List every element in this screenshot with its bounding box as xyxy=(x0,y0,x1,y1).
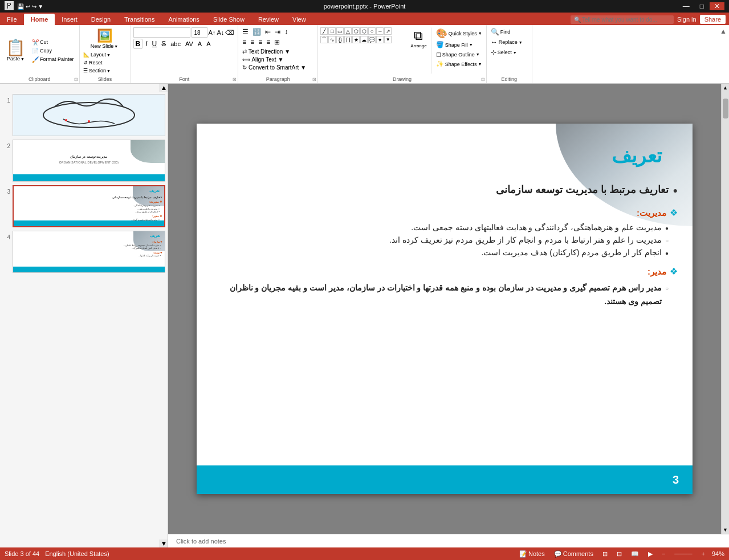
format-painter-button[interactable]: 🖌️ Format Painter xyxy=(30,56,76,63)
arrange-button[interactable]: ⧉ Arrange xyxy=(406,27,431,74)
shape-triangle[interactable]: △ xyxy=(344,27,352,35)
strikethrough-button[interactable]: S xyxy=(160,39,168,48)
justify-btn[interactable]: ≡ xyxy=(264,38,272,47)
shape-heart[interactable]: ♥ xyxy=(376,36,384,43)
signin-btn[interactable]: Sign in xyxy=(677,16,697,23)
reset-button[interactable]: ↺ Reset xyxy=(82,59,127,66)
shape-pentagon[interactable]: ⬠ xyxy=(352,27,360,35)
slide-thumb-4[interactable]: 4 تعریف ❖ سازمان: • عبارت است از مجموعه … xyxy=(2,231,165,273)
copy-button[interactable]: 📄 Copy xyxy=(30,47,76,55)
shape-cloud[interactable]: ☁ xyxy=(360,36,368,43)
shape-star[interactable]: ★ xyxy=(352,36,360,43)
cut-button[interactable]: ✂️ Cut xyxy=(30,39,76,46)
tab-file[interactable]: File xyxy=(0,14,24,25)
shape-callout[interactable]: 💬 xyxy=(368,36,376,43)
char-spacing-btn[interactable]: AV xyxy=(184,40,195,48)
new-slide-button[interactable]: 🖼️ New Slide ▼ xyxy=(82,27,127,50)
italic-button[interactable]: I xyxy=(144,39,149,48)
shape-arrow2[interactable]: ↗ xyxy=(384,27,392,35)
slide-thumb-2[interactable]: 2 مدیریت توسعه در سازمان ORGANISATIONAL … xyxy=(2,140,165,182)
shape-curve[interactable]: ⌒ xyxy=(320,36,328,43)
shape-bracket[interactable]: {} xyxy=(336,36,344,43)
shadow-button[interactable]: abc xyxy=(169,40,182,48)
drawing-expand-icon[interactable]: ⊡ xyxy=(481,77,485,82)
scroll-down-btn[interactable]: ▼ xyxy=(722,526,729,534)
shape-freeform[interactable]: ∿ xyxy=(328,36,336,43)
minimize-btn[interactable]: — xyxy=(678,2,694,10)
find-button[interactable]: 🔍 Find xyxy=(489,27,528,36)
line-spacing-btn[interactable]: ↕ xyxy=(283,27,290,36)
font-increase-btn[interactable]: A↑ xyxy=(209,29,216,36)
slide-thumb-3[interactable]: 3 تعریف • تعاریف مرتبط با مدیریت توسعه س… xyxy=(2,185,165,227)
slides-scroll-down[interactable]: ▼ xyxy=(160,539,168,547)
quick-styles-button[interactable]: 🎨 Quick Styles ▼ xyxy=(434,27,484,39)
shape-fill-btn[interactable]: 🪣 Shape Fill ▼ xyxy=(434,40,484,49)
normal-view-btn[interactable]: ⊞ xyxy=(600,550,610,558)
underline-button[interactable]: U xyxy=(150,39,159,48)
tab-home[interactable]: Home xyxy=(24,14,55,25)
shape-arrow1[interactable]: → xyxy=(376,27,384,35)
tab-animations[interactable]: Animations xyxy=(161,14,206,25)
font-name-input[interactable] xyxy=(133,27,190,38)
scroll-up-btn[interactable]: ▲ xyxy=(722,84,729,92)
close-btn[interactable]: ✕ xyxy=(710,2,724,10)
zoom-slider[interactable]: ──── xyxy=(672,550,694,558)
clear-format-btn[interactable]: ⌫ xyxy=(225,29,234,36)
columns-btn[interactable]: ⊞ xyxy=(272,38,282,47)
shape-line[interactable]: ╱ xyxy=(320,27,328,35)
paste-button[interactable]: 📋 Paste ▼ xyxy=(2,39,29,63)
shapes-more[interactable]: ▼ xyxy=(384,36,392,43)
tab-design[interactable]: Design xyxy=(84,14,117,25)
slide-thumb-1[interactable]: 1 xyxy=(2,94,165,136)
shape-outline-btn[interactable]: ◻ Shape Outline ▼ xyxy=(434,50,484,59)
bullets-btn[interactable]: ☰ xyxy=(241,27,250,36)
slides-scroll-up[interactable]: ▲ xyxy=(160,84,168,92)
tab-insert[interactable]: Insert xyxy=(55,14,84,25)
select-button[interactable]: ⊹ Select ▼ xyxy=(489,48,528,57)
ribbon-collapse-btn[interactable]: ▲ xyxy=(720,27,727,35)
shape-effects-btn[interactable]: ✨ Shape Effects ▼ xyxy=(434,60,484,68)
main-slide[interactable]: 3 تعریف ● تعاریف مرتبط با مدیریت توسعه س… xyxy=(197,124,693,494)
convert-smartart-btn[interactable]: ↻ Convert to SmartArt ▼ xyxy=(241,64,308,71)
bold-button[interactable]: B xyxy=(133,39,143,49)
align-center-btn[interactable]: ≡ xyxy=(249,38,256,47)
numbering-btn[interactable]: 🔢 xyxy=(251,27,263,36)
notes-bar[interactable]: Click to add notes xyxy=(168,534,729,547)
reading-view-btn[interactable]: 📖 xyxy=(629,550,641,558)
tell-me-input[interactable] xyxy=(582,17,670,23)
notes-button[interactable]: 📝 Notes xyxy=(517,550,547,558)
tab-view[interactable]: View xyxy=(286,14,313,25)
zoom-out-btn[interactable]: − xyxy=(659,550,667,558)
slideshow-btn[interactable]: ▶ xyxy=(646,550,655,558)
maximize-btn[interactable]: □ xyxy=(695,2,708,10)
align-right-btn[interactable]: ≡ xyxy=(256,38,264,47)
text-direction-btn[interactable]: ⇄ Text Direction ▼ xyxy=(241,48,292,55)
font-expand-icon[interactable]: ⊡ xyxy=(233,77,237,82)
tab-transitions[interactable]: Transitions xyxy=(117,14,161,25)
shape-hexagon[interactable]: ⬡ xyxy=(360,27,368,35)
zoom-in-btn[interactable]: + xyxy=(699,550,707,558)
section-button[interactable]: ☰ Section ▼ xyxy=(82,67,127,74)
share-btn[interactable]: Share xyxy=(700,15,726,24)
comments-button[interactable]: 💬 Comments xyxy=(552,550,596,558)
tab-review[interactable]: Review xyxy=(251,14,286,25)
shape-rounded-rect[interactable]: ▭ xyxy=(336,27,344,35)
align-text-btn[interactable]: ⟺ Align Text ▼ xyxy=(241,56,285,63)
scroll-thumb[interactable] xyxy=(723,99,728,118)
decrease-indent-btn[interactable]: ⇤ xyxy=(263,27,272,36)
font-decrease-btn[interactable]: A↓ xyxy=(217,29,224,36)
align-left-btn[interactable]: ≡ xyxy=(241,38,248,47)
font-color-btn[interactable]: A xyxy=(196,40,203,48)
font-size-input[interactable] xyxy=(192,27,207,38)
shape-oval[interactable]: ○ xyxy=(368,27,376,35)
increase-indent-btn[interactable]: ⇥ xyxy=(273,27,282,36)
tab-slideshow[interactable]: Slide Show xyxy=(206,14,251,25)
replace-button[interactable]: ↔ Replace ▼ xyxy=(489,38,528,47)
paragraph-expand-icon[interactable]: ⊡ xyxy=(312,77,316,82)
clipboard-expand-icon[interactable]: ⊡ xyxy=(74,77,78,82)
highlight-btn[interactable]: A xyxy=(205,40,212,48)
shape-brace[interactable]: ⌈⌉ xyxy=(344,36,352,43)
slide-sorter-btn[interactable]: ⊟ xyxy=(614,550,624,558)
shape-rect[interactable]: □ xyxy=(328,27,336,35)
layout-button[interactable]: 📐 Layout ▼ xyxy=(82,51,127,58)
